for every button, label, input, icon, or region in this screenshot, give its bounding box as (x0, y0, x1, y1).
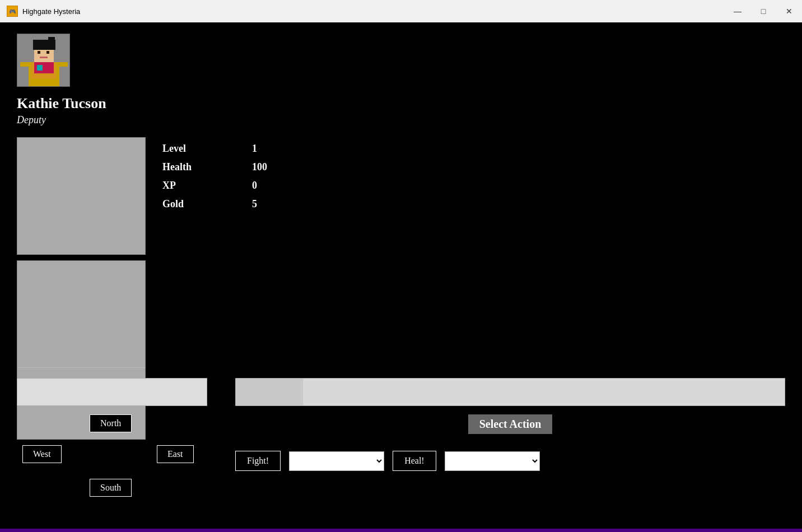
action-title: Select Action (468, 414, 553, 434)
character-class: Deputy (17, 114, 785, 126)
south-button[interactable]: South (90, 479, 132, 497)
fight-button[interactable]: Fight! (235, 451, 281, 471)
navigation-panel: North West East South (17, 378, 207, 515)
status-bar (0, 529, 802, 532)
window-controls: — □ ✕ (725, 0, 802, 22)
action-buttons-row: Fight! Heal! (235, 451, 785, 471)
minimize-button[interactable]: — (725, 0, 750, 22)
xp-row: XP 0 (162, 180, 785, 192)
character-name: Kathie Tucson (17, 95, 785, 112)
close-button[interactable]: ✕ (776, 0, 802, 22)
west-button[interactable]: West (22, 445, 62, 463)
gold-row: Gold 5 (162, 198, 785, 210)
xp-label: XP (162, 180, 207, 192)
svg-rect-8 (46, 51, 49, 54)
character-header: Kathie Tucson Deputy (17, 34, 785, 126)
nav-buttons-grid: North West East South (17, 414, 207, 515)
window-title: Highgate Hysteria (22, 7, 795, 16)
svg-rect-6 (48, 37, 55, 49)
gold-label: Gold (162, 198, 207, 210)
scene-image-top (17, 137, 146, 255)
main-content: Kathie Tucson Deputy Level 1 Health 100 … (0, 22, 802, 532)
bottom-section: North West East South Select Action Figh… (17, 378, 785, 515)
level-row: Level 1 (162, 143, 785, 155)
action-panel: Select Action Fight! Heal! (235, 378, 785, 471)
maximize-button[interactable]: □ (750, 0, 776, 22)
heal-select[interactable] (445, 451, 540, 471)
health-label: Health (162, 161, 207, 173)
app-icon: 🎮 (7, 6, 18, 17)
fight-select[interactable] (289, 451, 384, 471)
svg-rect-9 (40, 57, 48, 58)
svg-rect-7 (38, 51, 40, 54)
heal-button[interactable]: Heal! (393, 451, 436, 471)
action-text-left (236, 379, 303, 405)
action-title-row: Select Action (235, 414, 785, 442)
level-value: 1 (252, 143, 257, 155)
east-button[interactable]: East (157, 445, 194, 463)
health-row: Health 100 (162, 161, 785, 173)
nav-text-display (17, 378, 207, 406)
svg-rect-3 (37, 65, 43, 71)
character-portrait (17, 34, 70, 87)
level-label: Level (162, 143, 207, 155)
titlebar: 🎮 Highgate Hysteria — □ ✕ (0, 0, 802, 22)
action-text-display (235, 378, 785, 406)
gold-value: 5 (252, 198, 257, 210)
svg-rect-11 (57, 62, 68, 67)
north-button[interactable]: North (90, 414, 132, 432)
svg-rect-10 (20, 62, 31, 67)
xp-value: 0 (252, 180, 257, 192)
health-value: 100 (252, 161, 267, 173)
action-text-right (303, 379, 785, 405)
